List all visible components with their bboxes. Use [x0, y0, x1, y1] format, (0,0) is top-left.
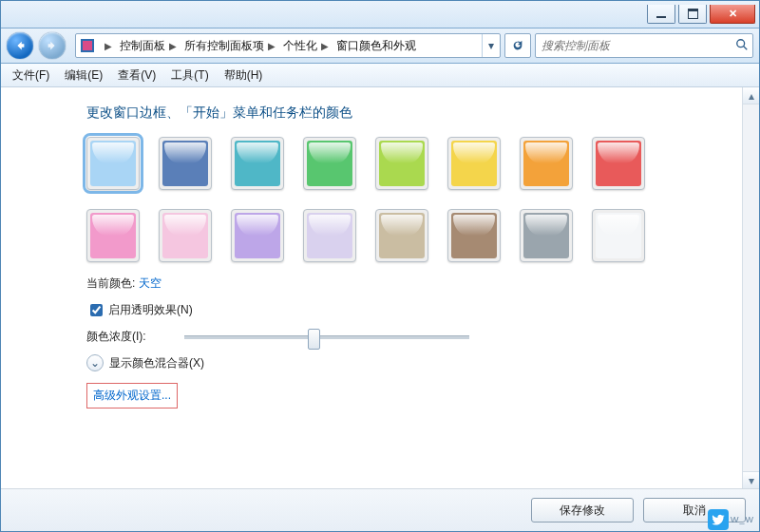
color-swatch-ruby[interactable]: [592, 137, 645, 190]
color-swatch-violet[interactable]: [231, 209, 284, 262]
close-button[interactable]: [710, 5, 755, 24]
color-swatch-dusk[interactable]: [159, 137, 212, 190]
intensity-label: 颜色浓度(I):: [86, 329, 146, 345]
minimize-button[interactable]: [647, 5, 675, 24]
color-swatch-blush[interactable]: [159, 209, 212, 262]
menu-file[interactable]: 文件(F): [7, 66, 55, 86]
bird-icon: [708, 509, 729, 530]
refresh-button[interactable]: [504, 33, 531, 58]
color-swatch-fuchsia[interactable]: [86, 209, 140, 262]
color-swatch-sky[interactable]: [86, 137, 140, 190]
arrow-right-icon: [46, 39, 59, 52]
search-box[interactable]: [535, 33, 753, 58]
svg-rect-1: [83, 41, 92, 50]
color-swatch-sun[interactable]: [447, 137, 501, 190]
bottom-bar: 保存修改 取消 W_W: [1, 488, 759, 531]
menu-help[interactable]: 帮助(H): [218, 66, 269, 86]
mixer-row[interactable]: ⌄ 显示颜色混合器(X): [86, 354, 731, 371]
intensity-slider[interactable]: [184, 335, 469, 339]
color-swatch-frost[interactable]: [592, 209, 645, 262]
intensity-row: 颜色浓度(I):: [86, 329, 731, 345]
transparency-row: 启用透明效果(N): [86, 301, 731, 319]
crumb-3[interactable]: 窗口颜色和外观: [334, 38, 418, 54]
color-swatch-leaf[interactable]: [303, 137, 356, 190]
search-input[interactable]: [540, 38, 735, 53]
search-icon: [735, 38, 749, 54]
mixer-label: 显示颜色混合器(X): [109, 355, 204, 371]
svg-point-2: [737, 39, 745, 47]
transparency-label: 启用透明效果(N): [108, 302, 193, 318]
color-swatch-chocolate[interactable]: [447, 209, 501, 262]
advanced-appearance-link[interactable]: 高级外观设置...: [86, 383, 178, 408]
titlebar: [1, 1, 759, 28]
slider-track: [184, 335, 469, 339]
menu-tools[interactable]: 工具(T): [165, 66, 214, 86]
crumb-label: 个性化: [283, 38, 317, 54]
save-button[interactable]: 保存修改: [531, 498, 634, 522]
crumb-2[interactable]: 个性化▶: [281, 38, 334, 54]
watermark: W_W: [708, 509, 754, 530]
personalize-icon: [79, 37, 96, 54]
color-swatch-lavender[interactable]: [303, 209, 356, 262]
page-heading: 更改窗口边框、「开始」菜单和任务栏的颜色: [86, 104, 731, 122]
color-swatches: [86, 137, 675, 262]
current-color-row: 当前颜色: 天空: [86, 276, 731, 292]
chevron-down-icon: ⌄: [86, 354, 104, 371]
refresh-icon: [511, 39, 524, 52]
forward-button[interactable]: [39, 32, 66, 59]
scroll-thumb[interactable]: [744, 105, 758, 470]
current-color-value: 天空: [139, 276, 162, 292]
crumb-0[interactable]: 控制面板▶: [118, 38, 182, 54]
current-color-label: 当前颜色:: [86, 276, 135, 292]
crumb-label: 控制面板: [120, 38, 165, 54]
window-controls: [644, 5, 755, 24]
save-button-label: 保存修改: [560, 503, 605, 519]
color-swatch-taupe[interactable]: [375, 209, 428, 262]
menubar: 文件(F) 编辑(E) 查看(V) 工具(T) 帮助(H): [1, 64, 759, 87]
maximize-button[interactable]: [678, 5, 707, 24]
transparency-checkbox[interactable]: [90, 304, 103, 316]
body: 更改窗口边框、「开始」菜单和任务栏的颜色 当前颜色: 天空 启用透明效果(N) …: [1, 87, 759, 488]
crumb-1[interactable]: 所有控制面板项▶: [182, 38, 281, 54]
color-swatch-sea[interactable]: [231, 137, 284, 190]
crumb-label: 窗口颜色和外观: [336, 38, 416, 54]
scroll-down-button[interactable]: ▾: [743, 471, 759, 488]
back-button[interactable]: [7, 32, 33, 59]
scroll-up-button[interactable]: ▴: [743, 87, 759, 104]
content: 更改窗口边框、「开始」菜单和任务栏的颜色 当前颜色: 天空 启用透明效果(N) …: [1, 87, 759, 488]
address-dropdown[interactable]: ▾: [482, 34, 500, 57]
menu-view[interactable]: 查看(V): [112, 66, 162, 86]
watermark-text: W_W: [731, 515, 754, 524]
color-swatch-pumpkin[interactable]: [520, 137, 573, 190]
address-bar[interactable]: ▶ 控制面板▶ 所有控制面板项▶ 个性化▶ 窗口颜色和外观 ▾: [75, 33, 501, 58]
slider-thumb[interactable]: [308, 329, 320, 350]
arrow-left-icon: [13, 39, 27, 52]
cancel-button-label: 取消: [683, 503, 706, 519]
navbar: ▶ 控制面板▶ 所有控制面板项▶ 个性化▶ 窗口颜色和外观 ▾: [1, 28, 759, 64]
crumb-sep-0: ▶: [99, 41, 118, 51]
color-swatch-lime[interactable]: [375, 137, 428, 190]
crumb-label: 所有控制面板项: [184, 38, 264, 54]
color-swatch-slate[interactable]: [520, 209, 573, 262]
menu-edit[interactable]: 编辑(E): [59, 66, 108, 86]
scrollbar[interactable]: ▴ ▾: [742, 87, 759, 488]
advanced-link-wrap: 高级外观设置...: [86, 383, 731, 408]
svg-line-3: [744, 46, 748, 49]
window: ▶ 控制面板▶ 所有控制面板项▶ 个性化▶ 窗口颜色和外观 ▾ 文件(F) 编辑…: [0, 0, 760, 532]
